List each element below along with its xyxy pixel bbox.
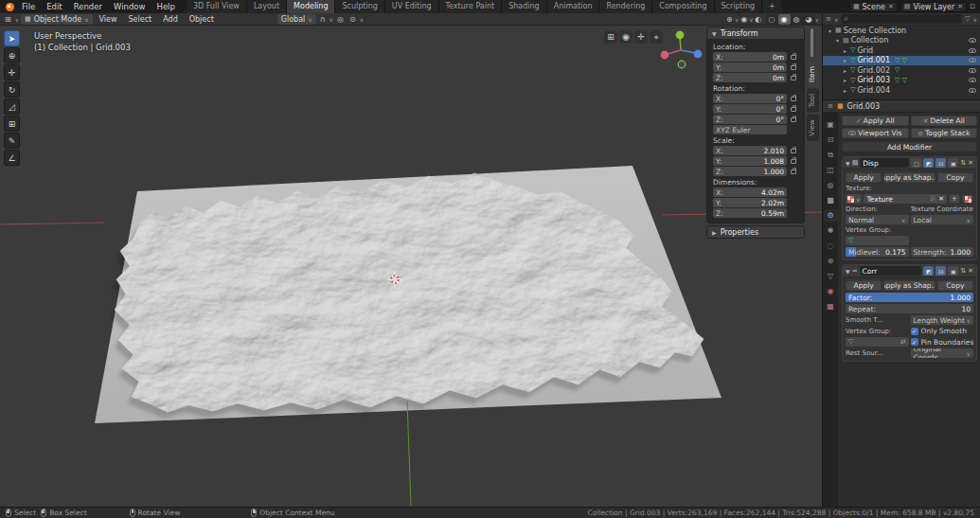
apply-all-button[interactable]: ✓Apply All — [842, 116, 909, 126]
workspace-tab-layout[interactable]: Layout — [247, 0, 287, 13]
properties-panel-header[interactable]: ▶ Properties — [707, 226, 804, 238]
repeat-field[interactable]: Repeat:10 — [846, 304, 973, 313]
scale-z-field[interactable]: Z:1.000 — [713, 167, 787, 176]
navigation-gizmo[interactable] — [661, 31, 703, 68]
delete-all-button[interactable]: ✕Delete All — [911, 116, 978, 126]
world-tab-icon[interactable]: ◍ — [824, 179, 838, 191]
texture-new-button[interactable]: + — [949, 194, 960, 204]
workspace-tab-rendering[interactable]: Rendering — [599, 0, 652, 13]
n-panel-tab-tool[interactable]: Tool — [807, 89, 819, 113]
tree-open-icon[interactable]: ▾ — [834, 37, 841, 44]
viewport-vis-button[interactable]: Viewport Vis — [842, 128, 909, 138]
tree-closed-icon[interactable]: ▸ — [842, 57, 848, 63]
pivot-point-icon[interactable]: ⊙ — [347, 15, 358, 24]
outliner-row-scene-collection[interactable]: ▾ ▦ Scene Collection — [823, 26, 980, 36]
rotation-mode-dropdown[interactable]: XYZ Euler — [713, 125, 787, 134]
displace-apply-button[interactable]: Apply — [846, 172, 882, 183]
texture-unlink-icon[interactable]: ✕ — [938, 195, 944, 203]
eye-icon[interactable] — [969, 38, 976, 43]
workspace-tab-modeling[interactable]: Modeling — [287, 0, 335, 13]
dimensions-y-field[interactable]: Y:2.02m — [713, 198, 787, 207]
eye-icon[interactable] — [969, 88, 976, 93]
reorder-icon[interactable]: ⇅ — [960, 159, 966, 167]
displace-apply-as-shapekey-button[interactable]: Apply as Shap... — [883, 172, 935, 183]
menu-edit[interactable]: Edit — [41, 0, 67, 13]
outliner-row-grid-003[interactable]: ▸ ▽ Grid.003 ▽ ▽ — [823, 76, 980, 86]
vertex-group-field[interactable]: ▽⇄ — [846, 337, 909, 347]
checkbox-checked-icon[interactable]: ✓ — [911, 338, 918, 346]
n-panel-scrollbar[interactable] — [811, 28, 813, 57]
tree-closed-icon[interactable]: ▸ — [842, 87, 848, 94]
remove-modifier-icon[interactable]: ✕ — [968, 267, 973, 275]
view-layer-tab-icon[interactable]: ⧉ — [824, 149, 838, 161]
outliner-row-grid-004[interactable]: ▸ ▽ Grid.004 — [823, 85, 980, 96]
texture-name-field[interactable]: Texture ⎘ ✕ — [864, 194, 947, 204]
outliner-editor-icon[interactable]: ≡ — [826, 15, 831, 23]
outliner-filter-icon[interactable]: ▽ — [965, 15, 970, 23]
pivot-caret-icon[interactable]: ∨ — [360, 16, 364, 23]
tree-closed-icon[interactable]: ▸ — [842, 67, 848, 74]
smooth-name-field[interactable]: Corr — [860, 266, 922, 276]
tree-closed-icon[interactable]: ▸ — [842, 77, 848, 83]
scene-unlink-icon[interactable]: ✕ — [888, 3, 894, 10]
blender-logo-icon[interactable] — [6, 3, 14, 11]
edit-mode-toggle[interactable]: ◩ — [923, 158, 934, 168]
workspace-tab-sculpting[interactable]: Sculpting — [335, 0, 384, 13]
strength-slider[interactable]: Strength:1.000 — [911, 247, 974, 257]
lock-icon[interactable] — [791, 55, 796, 60]
add-modifier-dropdown[interactable]: Add Modifier — [842, 141, 977, 152]
display-settings-icon[interactable]: ⊡ — [970, 3, 975, 10]
tree-open-icon[interactable]: ▾ — [827, 27, 833, 34]
n-panel-tab-view[interactable]: View — [807, 115, 819, 141]
menu-render[interactable]: Render — [68, 0, 108, 13]
object-menu[interactable]: Object — [185, 15, 219, 24]
eye-icon[interactable] — [969, 48, 976, 53]
location-x-field[interactable]: X:0m — [713, 52, 787, 62]
snap-caret-icon[interactable]: ∨ — [330, 16, 333, 23]
add-workspace-button[interactable]: + — [762, 0, 783, 13]
only-smooth-checkbox-row[interactable]: ✓Only Smooth — [911, 327, 974, 335]
texture-show-button[interactable] — [962, 194, 973, 204]
select-menu[interactable]: Select — [124, 15, 157, 24]
lock-icon[interactable] — [791, 97, 796, 101]
physics-tab-icon[interactable]: ◌ — [824, 240, 838, 252]
eye-icon[interactable] — [969, 78, 976, 82]
xray-toggle-icon[interactable]: ◐ — [754, 15, 764, 24]
lock-icon[interactable] — [791, 107, 796, 112]
realtime-toggle[interactable]: ⊡ — [935, 158, 946, 168]
midlevel-slider[interactable]: Midlevel:0.175 — [846, 247, 909, 257]
eye-icon[interactable] — [969, 68, 976, 73]
view-zoom-button[interactable]: ⌖ — [650, 30, 663, 44]
tool-scale[interactable]: ◿ — [4, 98, 20, 115]
object-tab-icon[interactable]: ■ — [824, 194, 838, 206]
texture-browse-chip[interactable]: ∨ — [846, 194, 862, 204]
tool-move[interactable]: ✛ — [4, 64, 20, 80]
mode-dropdown[interactable]: ■ Object Mode ∨ — [21, 14, 92, 25]
panel-open-icon[interactable]: ▼ — [846, 268, 850, 275]
edit-mode-toggle[interactable]: ◩ — [923, 266, 934, 276]
scene-tab-icon[interactable]: ◫ — [824, 164, 838, 176]
object-data-tab-icon[interactable]: ▽ — [824, 270, 838, 282]
vertex-group-field[interactable]: ▽ — [846, 236, 909, 245]
rotation-x-field[interactable]: X:0° — [713, 94, 787, 103]
texture-copy-icon[interactable]: ⎘ — [931, 195, 936, 203]
smooth-header[interactable]: ▼ ≈ Corr ◩ ⊡ ▣ ⇅ ✕ — [843, 265, 976, 277]
outliner-row-collection[interactable]: ▾ ▤ Collection — [823, 36, 980, 46]
shading-material-icon[interactable]: ◍ — [791, 14, 803, 25]
workspace-tab-shading[interactable]: Shading — [502, 0, 547, 13]
tool-annotate[interactable]: ✎ — [4, 133, 20, 149]
lock-icon[interactable] — [791, 159, 796, 164]
viewport-3d[interactable]: User Perspective (1) Collection | Grid.0… — [0, 26, 822, 507]
scale-y-field[interactable]: Y:1.008 — [713, 156, 787, 166]
checkbox-checked-icon[interactable]: ✓ — [911, 328, 918, 335]
view-layer-unlink-icon[interactable]: ✕ — [957, 3, 963, 10]
display-cage-toggle[interactable]: ▢ — [911, 158, 921, 168]
shading-rendered-icon[interactable]: ◕ — [803, 14, 815, 25]
menu-file[interactable]: File — [16, 0, 41, 13]
panel-open-icon[interactable]: ▼ — [846, 160, 850, 167]
transform-orientation-dropdown[interactable]: Global ∨ — [277, 14, 316, 25]
menu-window[interactable]: Window — [108, 0, 151, 13]
tool-select-box[interactable]: ➤ — [4, 30, 20, 46]
lock-icon[interactable] — [791, 117, 796, 122]
dimensions-z-field[interactable]: Z:0.59m — [713, 208, 787, 218]
